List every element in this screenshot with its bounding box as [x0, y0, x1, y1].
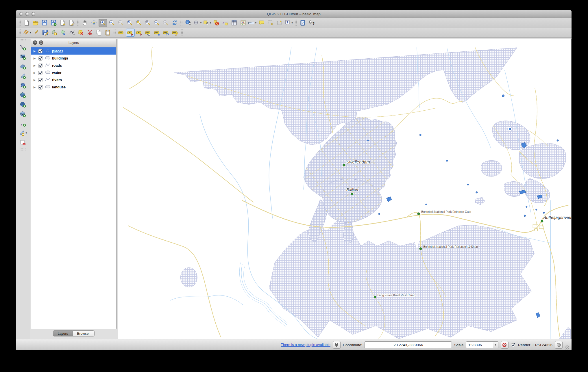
- field-calculator-button[interactable]: [239, 19, 247, 27]
- pan-map-button[interactable]: [81, 19, 89, 27]
- tab-browser[interactable]: Browser: [73, 330, 95, 336]
- add-wms-layer-button[interactable]: [19, 91, 27, 99]
- refresh-button[interactable]: [170, 19, 179, 27]
- new-shapefile-layer-button[interactable]: ▼: [18, 129, 27, 137]
- layer-checkbox[interactable]: [38, 63, 43, 68]
- toolbar-handle[interactable]: [181, 29, 183, 36]
- current-edits-button[interactable]: ▼: [22, 29, 32, 37]
- toolbar-handle[interactable]: [19, 19, 21, 26]
- toolbar-handle[interactable]: [19, 148, 26, 151]
- crs-globe-icon[interactable]: [555, 341, 563, 349]
- expand-triangle-icon[interactable]: ▶: [33, 57, 36, 60]
- chevron-down-icon[interactable]: ▼: [29, 31, 32, 34]
- save-project-button[interactable]: [40, 19, 49, 27]
- map-canvas[interactable]: SwellendamRailtonBontebok National Park …: [118, 39, 572, 339]
- coordinate-input[interactable]: 20.2743,-33.9066: [365, 341, 452, 348]
- pan-to-selection-button[interactable]: [90, 19, 98, 27]
- add-raster-layer-button[interactable]: [19, 53, 27, 61]
- layer-checkbox[interactable]: [38, 77, 43, 83]
- open-project-button[interactable]: [31, 19, 40, 27]
- zoom-next-button[interactable]: [161, 19, 170, 27]
- labeling-button[interactable]: abc: [117, 29, 126, 37]
- chevron-down-icon[interactable]: ▼: [209, 22, 212, 24]
- float-icon[interactable]: ❏: [39, 40, 43, 45]
- expand-triangle-icon[interactable]: ▶: [33, 79, 36, 81]
- move-feature-button[interactable]: [59, 29, 67, 37]
- change-label-button[interactable]: abc: [171, 29, 180, 37]
- add-wcs-layer-button[interactable]: [19, 101, 27, 108]
- close-icon[interactable]: ✕: [33, 40, 37, 45]
- expand-triangle-icon[interactable]: ▶: [33, 50, 36, 53]
- show-hide-labels-button[interactable]: abc: [144, 29, 153, 37]
- zoom-to-layer-button[interactable]: [143, 19, 152, 27]
- toggle-editing-button[interactable]: [32, 29, 40, 37]
- minimize-window-button[interactable]: [25, 12, 29, 16]
- toolbar-handle[interactable]: [180, 19, 183, 26]
- layer-checkbox[interactable]: [38, 48, 43, 54]
- pin-labels-button[interactable]: ab: [126, 29, 135, 37]
- zoom-out-button[interactable]: [108, 19, 116, 27]
- whats-this-button[interactable]: ?: [307, 19, 316, 27]
- layer-checkbox[interactable]: [38, 55, 43, 61]
- tab-layers[interactable]: Layers: [53, 330, 72, 336]
- scale-combo[interactable]: 1:23396 ▼: [466, 341, 498, 348]
- highlight-pinned-labels-button[interactable]: ab: [135, 29, 144, 37]
- chevron-down-icon[interactable]: ▼: [493, 342, 498, 348]
- save-layer-edits-button[interactable]: [41, 29, 49, 37]
- toolbar-handle[interactable]: [77, 19, 79, 26]
- delete-selected-button[interactable]: [77, 29, 85, 37]
- zoom-window-button[interactable]: [32, 12, 35, 16]
- map-tips-button[interactable]: [257, 19, 266, 27]
- layer-row-water[interactable]: ▶water: [31, 69, 116, 76]
- render-checkbox[interactable]: [511, 343, 516, 347]
- chevron-down-icon[interactable]: ▼: [291, 22, 293, 24]
- toolbar-handle[interactable]: [295, 19, 297, 26]
- copy-features-button[interactable]: [95, 29, 103, 37]
- add-wfs-layer-button[interactable]: [19, 110, 27, 118]
- chevron-down-icon[interactable]: ▼: [255, 22, 257, 24]
- attribute-table-button[interactable]: [230, 19, 238, 27]
- select-by-expression-button[interactable]: ε: [221, 19, 230, 27]
- close-window-button[interactable]: [19, 12, 23, 16]
- layer-row-buildings[interactable]: ▶buildings: [31, 55, 116, 62]
- expand-triangle-icon[interactable]: ▶: [33, 64, 36, 67]
- remove-layer-button[interactable]: [19, 139, 27, 146]
- add-vector-layer-button[interactable]: [19, 43, 27, 51]
- measure-button[interactable]: ▼: [248, 19, 257, 27]
- plugin-available-link[interactable]: There is a new plugin available: [281, 343, 330, 347]
- text-annotation-button[interactable]: T▼: [284, 19, 293, 27]
- toolbar-handle[interactable]: [113, 29, 116, 36]
- zoom-full-button[interactable]: [125, 19, 134, 27]
- add-spatialite-layer-button[interactable]: [19, 72, 27, 80]
- new-bookmark-button[interactable]: [266, 19, 275, 27]
- select-features-button[interactable]: ▼: [202, 19, 212, 27]
- rotate-label-button[interactable]: abc: [162, 29, 171, 37]
- chevron-down-icon[interactable]: ▼: [200, 22, 202, 24]
- save-project-as-button[interactable]: [49, 19, 58, 27]
- chevron-down-icon[interactable]: ▼: [25, 132, 27, 134]
- paste-features-button[interactable]: [103, 29, 112, 37]
- add-feature-button[interactable]: [50, 29, 58, 37]
- layer-checkbox[interactable]: [38, 84, 43, 90]
- expand-triangle-icon[interactable]: ▶: [33, 86, 36, 89]
- zoom-to-selection-button[interactable]: [134, 19, 143, 27]
- node-tool-button[interactable]: [68, 29, 76, 37]
- add-mssql-layer-button[interactable]: [19, 81, 27, 89]
- layer-checkbox[interactable]: [38, 70, 43, 75]
- layer-row-roads[interactable]: ▶roads: [31, 62, 116, 69]
- layer-row-places[interactable]: ▶places: [31, 47, 116, 55]
- new-print-composer-button[interactable]: [58, 19, 67, 27]
- zoom-native-button[interactable]: 1:1: [117, 19, 125, 27]
- add-delimited-text-layer-button[interactable]: ,: [19, 120, 27, 127]
- zoom-last-button[interactable]: [152, 19, 161, 27]
- layer-row-landuse[interactable]: ▶landuse: [31, 83, 116, 91]
- composer-manager-button[interactable]: [67, 19, 76, 27]
- zoom-in-button[interactable]: [99, 19, 107, 27]
- cut-features-button[interactable]: [86, 29, 94, 37]
- new-project-button[interactable]: [22, 19, 31, 27]
- add-postgis-layer-button[interactable]: [19, 62, 27, 70]
- resize-grip[interactable]: [565, 345, 569, 349]
- toolbar-handle[interactable]: [19, 39, 26, 42]
- toolbar-handle[interactable]: [19, 29, 21, 36]
- stop-render-icon[interactable]: [501, 341, 509, 349]
